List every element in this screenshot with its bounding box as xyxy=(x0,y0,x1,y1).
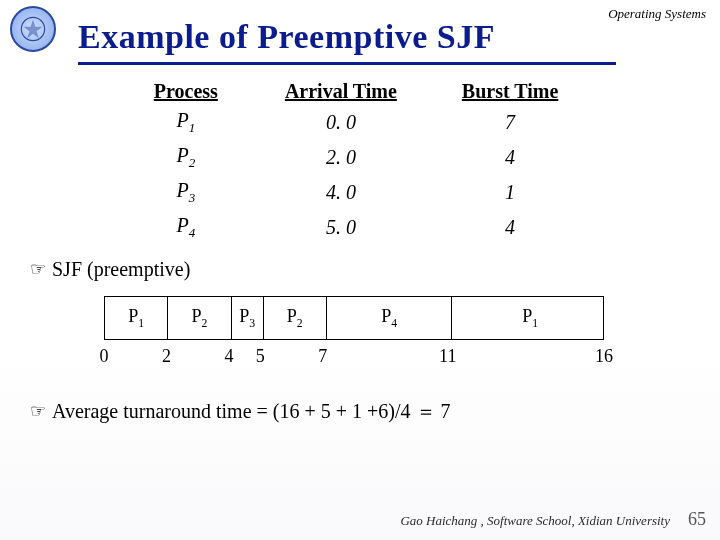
slide-title: Example of Preemptive SJF xyxy=(78,18,495,56)
cell-burst: 4 xyxy=(430,140,590,175)
gantt-ticks: 024571116 xyxy=(104,340,604,370)
pointing-hand-icon: ☞ xyxy=(30,400,46,422)
cell-burst: 7 xyxy=(430,105,590,140)
pointing-hand-icon: ☞ xyxy=(30,258,46,280)
gantt-chart: P1P2P3P2P4P1 024571116 xyxy=(104,296,604,370)
course-label: Operating Systems xyxy=(608,6,706,22)
gantt-tick: 0 xyxy=(100,346,109,367)
cell-arrival: 0. 0 xyxy=(252,105,431,140)
table-header-row: Process Arrival Time Burst Time xyxy=(120,78,590,105)
bullet-sjf: ☞ SJF (preemptive) xyxy=(30,258,190,281)
gantt-tick: 2 xyxy=(162,346,171,367)
cell-burst: 1 xyxy=(430,175,590,210)
gantt-segment: P4 xyxy=(327,297,453,339)
avg-turnaround-text: Average turnaround time = (16 + 5 + 1 +6… xyxy=(52,398,451,425)
cell-burst: 4 xyxy=(430,210,590,245)
col-burst: Burst Time xyxy=(430,78,590,105)
col-process: Process xyxy=(120,78,252,105)
footer: Gao Haichang , Software School, Xidian U… xyxy=(400,509,706,530)
gantt-segment: P1 xyxy=(105,297,168,339)
table-row: P45. 04 xyxy=(120,210,590,245)
table-row: P34. 01 xyxy=(120,175,590,210)
cell-arrival: 2. 0 xyxy=(252,140,431,175)
table-row: P22. 04 xyxy=(120,140,590,175)
gantt-segment: P3 xyxy=(232,297,264,339)
gantt-tick: 5 xyxy=(256,346,265,367)
gantt-tick: 16 xyxy=(595,346,613,367)
page-number: 65 xyxy=(688,509,706,530)
table-row: P10. 07 xyxy=(120,105,590,140)
gantt-tick: 7 xyxy=(318,346,327,367)
cell-process: P1 xyxy=(120,105,252,140)
bullet-avg: ☞ Average turnaround time = (16 + 5 + 1 … xyxy=(30,398,451,425)
cell-process: P3 xyxy=(120,175,252,210)
cell-process: P4 xyxy=(120,210,252,245)
bullet-sjf-text: SJF (preemptive) xyxy=(52,258,190,281)
cell-arrival: 5. 0 xyxy=(252,210,431,245)
cell-process: P2 xyxy=(120,140,252,175)
title-underline xyxy=(78,62,616,65)
gantt-bar: P1P2P3P2P4P1 xyxy=(104,296,604,340)
col-arrival: Arrival Time xyxy=(252,78,431,105)
footer-credit: Gao Haichang , Software School, Xidian U… xyxy=(400,513,670,529)
logo-inner-icon xyxy=(19,15,47,43)
cell-arrival: 4. 0 xyxy=(252,175,431,210)
university-logo-icon xyxy=(10,6,56,52)
gantt-tick: 11 xyxy=(439,346,456,367)
gantt-tick: 4 xyxy=(225,346,234,367)
gantt-segment: P1 xyxy=(452,297,608,339)
process-table: Process Arrival Time Burst Time P10. 07P… xyxy=(120,78,590,245)
gantt-segment: P2 xyxy=(264,297,327,339)
gantt-segment: P2 xyxy=(168,297,231,339)
